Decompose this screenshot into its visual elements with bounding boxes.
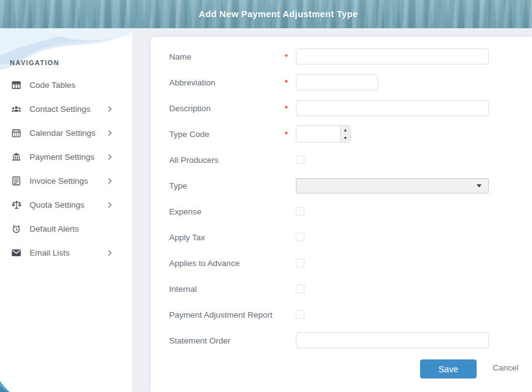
invoice-icon <box>11 176 22 186</box>
chevron-right-icon <box>108 154 112 160</box>
form-row-applies-to-advance: Applies to Advance <box>151 250 532 276</box>
sidebar-item-email-lists[interactable]: Email Lists <box>0 241 132 265</box>
field-label: Type <box>169 181 285 190</box>
field-label: Applies to Advance <box>169 259 285 268</box>
form-row-apply-tax: Apply Tax <box>151 224 532 250</box>
required-marker: * <box>285 104 296 113</box>
field-label: Payment Adjustment Report <box>169 310 285 319</box>
sidebar-item-label: Calendar Settings <box>30 128 95 138</box>
sidebar-item-contact-settings[interactable]: Contact Settings <box>0 97 132 121</box>
internal-checkbox[interactable] <box>296 284 304 293</box>
name-input[interactable] <box>296 49 489 65</box>
form-row-internal: Internal <box>151 276 532 302</box>
expense-checkbox[interactable] <box>296 207 304 216</box>
field-label: Statement Order <box>169 336 285 345</box>
sidebar-item-payment-settings[interactable]: Payment Settings <box>0 145 132 169</box>
form-row-type-code: Type Code * ▲ ▼ <box>151 121 532 147</box>
navigation-menu: Code Tables Contact Settings Calendar Se… <box>0 73 132 265</box>
sidebar-item-label: Contact Settings <box>30 104 90 114</box>
sidebar: NAVIGATION Code Tables Contact Settings <box>0 28 132 392</box>
description-input[interactable] <box>296 100 489 116</box>
table-icon <box>11 80 22 90</box>
sidebar-item-label: Payment Settings <box>30 152 95 162</box>
page-header: Add New Payment Adjustment Type <box>0 0 532 28</box>
form-row-type: Type <box>151 173 532 198</box>
sidebar-item-label: Quota Settings <box>30 200 84 210</box>
type-select[interactable] <box>296 178 489 194</box>
field-label: Apply Tax <box>169 233 285 242</box>
field-label: Internal <box>169 284 285 294</box>
navigation-section-label: NAVIGATION <box>10 59 59 66</box>
cancel-link[interactable]: Cancel <box>493 363 518 372</box>
stepper-buttons: ▲ ▼ <box>340 126 350 142</box>
chevron-right-icon <box>108 249 112 256</box>
chevron-right-icon <box>108 202 112 208</box>
payment-adjustment-report-checkbox[interactable] <box>296 310 304 319</box>
form-row-abbreviation: Abbreviation * <box>151 69 532 95</box>
apply-tax-checkbox[interactable] <box>296 233 304 241</box>
all-producers-checkbox[interactable] <box>296 155 304 164</box>
field-label: Name <box>169 52 285 61</box>
statement-order-input[interactable] <box>296 332 489 348</box>
field-label: Expense <box>169 207 285 216</box>
field-label: Type Code <box>169 130 285 139</box>
sidebar-item-label: Default Alerts <box>30 224 79 233</box>
form-row-payment-adjustment-report: Payment Adjustment Report <box>151 302 532 327</box>
sidebar-item-calendar-settings[interactable]: Calendar Settings <box>0 121 132 145</box>
envelope-icon <box>11 248 22 258</box>
chevron-right-icon <box>108 178 112 184</box>
form-row-description: Description * <box>151 95 532 121</box>
abbreviation-input[interactable] <box>296 74 378 90</box>
stepper-up-icon[interactable]: ▲ <box>341 126 350 134</box>
sidebar-item-label: Code Tables <box>30 80 76 90</box>
sidebar-item-quota-settings[interactable]: Quota Settings <box>0 193 132 217</box>
form-row-expense: Expense <box>151 198 532 224</box>
form-row-statement-order: Statement Order <box>151 327 532 353</box>
people-icon <box>11 104 22 114</box>
sidebar-bottom-wave-decoration <box>0 380 10 392</box>
sidebar-item-label: Email Lists <box>30 248 69 257</box>
form-card: Name * Abbreviation * Description * Type… <box>151 37 532 392</box>
sidebar-item-code-tables[interactable]: Code Tables <box>0 73 132 97</box>
save-button[interactable]: Save <box>420 359 477 378</box>
chevron-right-icon <box>108 130 112 136</box>
type-code-input[interactable] <box>296 126 340 142</box>
sidebar-item-label: Invoice Settings <box>30 176 88 186</box>
bank-icon <box>11 152 22 162</box>
chevron-right-icon <box>108 106 112 112</box>
scales-icon <box>11 200 22 210</box>
field-label: Abbreviation <box>169 78 285 87</box>
chevron-down-icon <box>477 184 482 187</box>
required-marker: * <box>285 52 296 61</box>
required-marker: * <box>285 78 296 87</box>
page-title: Add New Payment Adjustment Type <box>199 9 358 19</box>
sidebar-item-invoice-settings[interactable]: Invoice Settings <box>0 169 132 193</box>
calendar-icon <box>11 128 22 138</box>
field-label: All Producers <box>169 155 285 165</box>
stepper-down-icon[interactable]: ▼ <box>341 134 350 142</box>
applies-to-advance-checkbox[interactable] <box>296 259 304 267</box>
form-row-all-producers: All Producers <box>151 147 532 173</box>
type-code-stepper: ▲ ▼ <box>296 125 351 143</box>
required-marker: * <box>285 130 296 139</box>
app-window: Add New Payment Adjustment Type NAVIGATI… <box>0 0 532 392</box>
field-label: Description <box>169 104 285 113</box>
form-row-name: Name * <box>151 44 532 69</box>
alarm-clock-icon <box>11 224 22 234</box>
sidebar-item-default-alerts[interactable]: Default Alerts <box>0 217 132 241</box>
